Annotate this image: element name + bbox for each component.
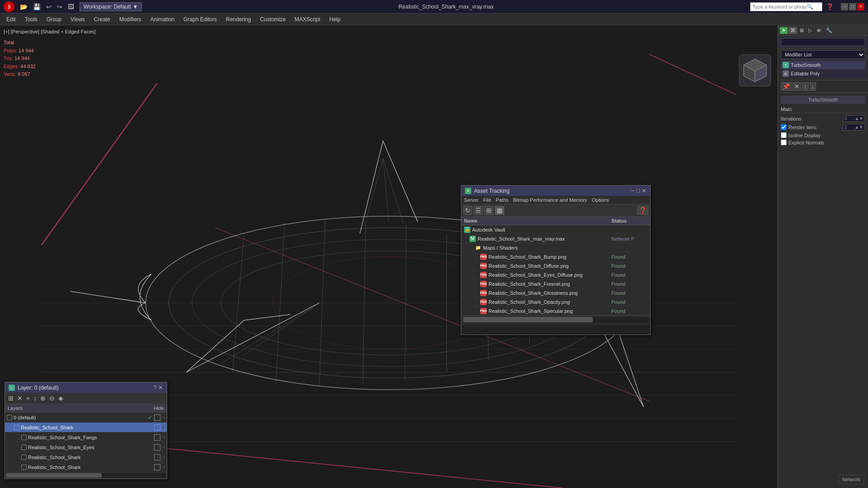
help-icon[interactable]: ❓ <box>826 3 834 10</box>
modifier-up-icon[interactable]: ↑ <box>802 82 809 91</box>
workspace-selector[interactable]: Workspace: Default ▼ <box>80 2 142 11</box>
menu-item-views[interactable]: Views <box>66 15 89 24</box>
search-box[interactable]: 🔍 <box>750 2 822 11</box>
minimize-button[interactable]: − <box>841 3 848 10</box>
layer-add-icon[interactable]: + <box>25 394 31 402</box>
iterations-value[interactable]: 0 <box>845 116 847 121</box>
asset-list-icon[interactable]: ☰ <box>474 206 483 215</box>
layer-row[interactable]: Realistic_School_Shark_Fangs ≡ <box>5 432 167 442</box>
asset-row[interactable]: PNG Realistic_School_Shark_Specular.png … <box>461 307 650 316</box>
command-panel-motion-icon[interactable]: ▷ <box>807 27 814 34</box>
asset-close-button[interactable]: ✕ <box>642 187 647 194</box>
nav-cube[interactable] <box>737 52 773 88</box>
render-iters-checkbox[interactable] <box>781 124 787 130</box>
menu-item-modifiers[interactable]: Modifiers <box>115 15 146 24</box>
layer-select-box[interactable] <box>154 424 160 431</box>
layer-row[interactable]: 0 (default) ✓ ≡ <box>5 413 167 423</box>
layer-row[interactable]: Realistic_School_Shark ≡ <box>5 452 167 462</box>
command-panel-utility-icon[interactable]: 🔧 <box>824 27 834 34</box>
asset-menu-server[interactable]: Server <box>464 197 479 203</box>
asset-help-icon[interactable]: ❓ <box>637 206 648 215</box>
layer-name[interactable]: Realistic_School_Shark_Fangs <box>28 435 152 440</box>
layer-help-button[interactable]: ? <box>153 384 156 391</box>
menu-item-animation[interactable]: Animation <box>146 15 179 24</box>
layer-name[interactable]: 0 (default) <box>14 415 146 420</box>
asset-table-icon[interactable]: ⊞ <box>484 206 493 215</box>
asset-row[interactable]: 📁 Maps / Shaders <box>461 243 650 252</box>
layer-name[interactable]: Realistic_School_Shark <box>28 455 152 460</box>
layer-name[interactable]: Realistic_School_Shark <box>21 425 152 430</box>
menu-item-create[interactable]: Create <box>89 15 115 24</box>
render-iters-value[interactable]: 2 <box>845 125 847 130</box>
modifier-turbosmooth[interactable]: T TurboSmooth <box>781 61 865 70</box>
asset-grid-icon[interactable]: ▦ <box>495 206 504 215</box>
search-input[interactable] <box>752 4 807 9</box>
layer-close-button[interactable]: ✕ <box>158 384 163 391</box>
modifier-pin-icon[interactable]: 📌 <box>781 82 792 91</box>
layer-select-box[interactable] <box>154 454 160 460</box>
render-iters-spinbox[interactable]: 2 ▲▼ <box>843 124 865 130</box>
layer-name[interactable]: Realistic_School_Shark_Eyes <box>28 445 152 450</box>
layer-scrollbar-handle[interactable] <box>6 473 102 478</box>
layer-select-box[interactable] <box>154 464 160 470</box>
asset-menu-options[interactable]: Options <box>592 197 609 203</box>
asset-menu-paths[interactable]: Paths <box>496 197 508 203</box>
maximize-button[interactable]: □ <box>849 3 856 10</box>
menu-item-edit[interactable]: Edit <box>2 15 20 24</box>
isoline-checkbox[interactable] <box>781 132 787 138</box>
asset-minimize-button[interactable]: − <box>631 187 635 194</box>
command-panel-hierarchy-icon[interactable]: ⊞ <box>798 27 806 34</box>
layer-move-icon[interactable]: ↕ <box>32 394 38 402</box>
layer-row[interactable]: Realistic_School_Shark ≡ <box>5 462 167 472</box>
object-name-input[interactable]: Realistic_School_Shark <box>781 38 865 46</box>
asset-row[interactable]: PNG Realistic_School_Shark_Fresnel.png F… <box>461 279 650 288</box>
menu-item-graph-editors[interactable]: Graph Editors <box>179 15 221 24</box>
asset-scrollbar[interactable] <box>463 317 648 322</box>
layer-name[interactable]: Realistic_School_Shark <box>28 465 152 470</box>
layer-select-box[interactable] <box>154 444 160 451</box>
asset-row[interactable]: PNG Realistic_School_Shark_Opacity.png F… <box>461 297 650 307</box>
layer-scrollbar[interactable] <box>6 473 166 478</box>
asset-row[interactable]: PNG Realistic_School_Shark_Bump.png Foun… <box>461 252 650 261</box>
asset-scrollbar-handle[interactable] <box>463 317 593 322</box>
asset-row[interactable]: PNG Realistic_School_Shark_Glossiness.pn… <box>461 288 650 297</box>
asset-menu-bitmap-performance-and-memory[interactable]: Bitmap Performance and Memory <box>513 197 587 203</box>
layer-expand-icon[interactable]: ⊕ <box>39 394 47 402</box>
asset-menu-file[interactable]: File <box>483 197 491 203</box>
layer-row[interactable]: Realistic_School_Shark_Eyes ≡ <box>5 442 167 452</box>
layer-delete-icon[interactable]: ✕ <box>16 394 24 402</box>
command-panel-create-icon[interactable]: ✦ <box>780 27 788 34</box>
asset-refresh-icon[interactable]: ↻ <box>463 206 472 215</box>
layer-row[interactable]: Realistic_School_Shark ≡ <box>5 423 167 432</box>
iterations-spinbox[interactable]: 0 ▲▼ <box>843 115 865 122</box>
open-icon[interactable]: 📂 <box>18 2 29 11</box>
asset-maximize-button[interactable]: □ <box>636 187 640 194</box>
asset-row[interactable]: PNG Realistic_School_Shark_Eyes_Diffuse.… <box>461 270 650 279</box>
render-icon[interactable]: 🖼 <box>66 2 76 11</box>
asset-row[interactable]: M Realistic_School_Shark_max_vray.max Ne… <box>461 234 650 243</box>
command-panel-modify-icon[interactable]: ⌘ <box>788 27 797 34</box>
menu-item-customize[interactable]: Customize <box>255 15 290 24</box>
save-icon[interactable]: 💾 <box>31 2 42 11</box>
layer-select-box[interactable] <box>154 414 160 421</box>
modifier-down-icon[interactable]: ↓ <box>810 82 816 91</box>
command-panel-display-icon[interactable]: 👁 <box>815 28 823 34</box>
close-button[interactable]: ✕ <box>857 3 864 10</box>
undo-icon[interactable]: ↩ <box>44 2 53 11</box>
asset-row[interactable]: 🔒 Autodesk Vault <box>461 225 650 234</box>
layer-select-all-icon[interactable]: ⊞ <box>7 394 15 402</box>
modifier-editablepoly[interactable]: E Editable Poly <box>781 70 865 78</box>
modifier-list-dropdown[interactable]: Modifier List <box>781 50 865 59</box>
menu-item-group[interactable]: Group <box>42 15 66 24</box>
layer-select-box[interactable] <box>154 434 160 441</box>
asset-row[interactable]: PNG Realistic_School_Shark_Diffuse.png F… <box>461 261 650 270</box>
redo-icon[interactable]: ↪ <box>55 2 64 11</box>
menu-item-help[interactable]: Help <box>325 15 345 24</box>
menu-item-rendering[interactable]: Rendering <box>221 15 255 24</box>
layer-highlight-icon[interactable]: ◈ <box>57 394 65 402</box>
menu-item-tools[interactable]: Tools <box>20 15 42 24</box>
menu-item-maxscript[interactable]: MAXScript <box>290 15 325 24</box>
layer-collapse-icon[interactable]: ⊖ <box>48 394 56 402</box>
modifier-delete-icon[interactable]: ✕ <box>793 82 801 91</box>
explicit-normals-checkbox[interactable] <box>781 139 787 145</box>
